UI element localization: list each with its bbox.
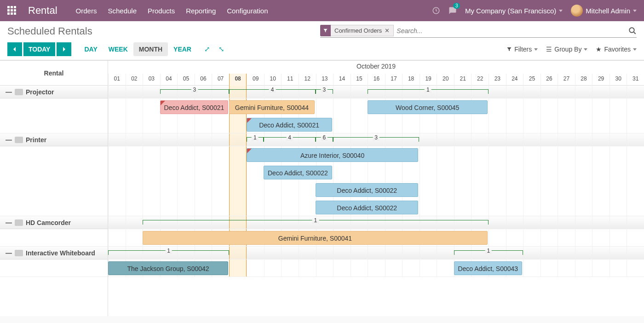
thumb-icon (15, 89, 23, 95)
gantt-bar[interactable]: Deco Addict, S00022 (316, 183, 418, 197)
summary-count: 1 (165, 248, 172, 254)
gantt-grid[interactable]: October 2019 010203040506070809101112131… (108, 61, 644, 316)
day-header-cell: 11 (281, 74, 299, 86)
gantt-bar[interactable]: Deco Addict, S00021 (247, 118, 332, 132)
group-summary-row: 11 (108, 247, 644, 260)
day-header-cell: 15 (351, 74, 368, 86)
gantt-bar[interactable]: Azure Interior, S00040 (247, 148, 419, 162)
groupby-dropdown[interactable]: ☰ Group By (546, 46, 587, 53)
app-brand[interactable]: Rental (28, 5, 58, 17)
day-header-cell: 26 (540, 74, 558, 86)
collapse-icon[interactable]: — (6, 249, 12, 257)
day-header-cell: 31 (627, 74, 644, 86)
group-label[interactable]: —Printer (0, 133, 108, 146)
scale-year[interactable]: YEAR (168, 42, 197, 56)
svg-point-1 (629, 28, 634, 33)
day-header-cell: 20 (437, 74, 454, 86)
gantt-view: Rental —Projector—Printer—HD Camcorder—I… (0, 60, 644, 316)
gantt-bar[interactable]: Gemini Furniture, S00044 (229, 100, 315, 114)
group-label[interactable]: —HD Camcorder (0, 216, 108, 229)
clock-icon[interactable] (432, 6, 440, 15)
gantt-bar[interactable]: The Jackson Group, S00042 (108, 261, 228, 275)
day-header-cell: 09 (247, 74, 264, 86)
search-box[interactable]: Confirmed Orders ✕ (320, 25, 637, 38)
scale-month[interactable]: MONTH (133, 42, 168, 56)
scale-day[interactable]: DAY (79, 42, 103, 56)
nav-configuration[interactable]: Configuration (227, 7, 268, 15)
thumb-icon (15, 137, 23, 143)
sidebar-header: Rental (0, 61, 108, 86)
gantt-bar[interactable]: Deco Addict, S00043 (454, 261, 522, 275)
search-facet: Confirmed Orders ✕ (320, 25, 394, 36)
group-label[interactable]: —Projector (0, 86, 108, 98)
summary-count: 6 (321, 134, 328, 141)
day-header-cell: 29 (592, 74, 610, 86)
day-header-cell: 27 (558, 74, 575, 86)
caret-down-icon (559, 10, 563, 12)
day-header-cell: 25 (523, 74, 540, 86)
gantt-bar[interactable]: Deco Addict, S00022 (264, 166, 332, 179)
day-header-cell: 07 (212, 74, 229, 86)
day-header-cell: 22 (471, 74, 489, 86)
filters-dropdown[interactable]: Filters (506, 46, 538, 53)
notif-badge: 3 (453, 3, 460, 9)
day-header-cell: 01 (108, 74, 126, 86)
summary-count: 1 (485, 248, 492, 254)
next-button[interactable] (57, 42, 71, 56)
day-header-cell: 04 (160, 74, 178, 86)
user-name: Mitchell Admin (586, 7, 630, 15)
scale-week[interactable]: WEEK (103, 42, 133, 56)
star-icon: ★ (596, 46, 602, 53)
day-header-cell: 18 (402, 74, 420, 86)
list-icon: ☰ (546, 46, 552, 53)
nav-orders[interactable]: Orders (76, 7, 97, 15)
gantt-bar[interactable]: Deco Addict, S00021 (160, 100, 228, 114)
collapse-icon[interactable]: — (6, 136, 12, 144)
scale-tabs: DAY WEEK MONTH YEAR (79, 42, 197, 56)
expand-icon[interactable]: ⤢ (204, 45, 210, 53)
group-summary-row: 1463 (108, 133, 644, 146)
facet-remove-icon[interactable]: ✕ (385, 27, 390, 34)
day-header-cell: 23 (489, 74, 506, 86)
summary-count: 1 (312, 217, 319, 224)
collapse-icon[interactable]: — (6, 88, 12, 96)
search-input[interactable] (394, 25, 626, 36)
favorites-dropdown[interactable]: ★ Favorites (596, 46, 637, 53)
group-name: Projector (26, 88, 54, 96)
nav-schedule[interactable]: Schedule (108, 7, 137, 15)
facet-label: Confirmed Orders (334, 27, 382, 34)
prev-button[interactable] (7, 42, 22, 56)
collapse-icon[interactable]: — (6, 219, 12, 226)
user-menu[interactable]: Mitchell Admin (571, 5, 637, 17)
group-name: Interactive Whiteboard (26, 249, 95, 257)
group-summary-row: 3431 (108, 86, 644, 98)
gantt-bar[interactable]: Wood Corner, S00045 (368, 100, 488, 114)
nav-products[interactable]: Products (148, 7, 175, 15)
collapse-icon[interactable]: ⤡ (218, 45, 224, 53)
group-summary-row: 1 (108, 216, 644, 229)
groupby-label: Group By (554, 46, 581, 53)
summary-count: 4 (269, 87, 276, 93)
chat-icon[interactable]: 3 (448, 6, 457, 15)
favorites-label: Favorites (604, 46, 631, 53)
summary-count: 3 (373, 134, 380, 141)
nav-reporting[interactable]: Reporting (186, 7, 216, 15)
gantt-bar[interactable]: Gemini Furniture, S00041 (143, 231, 488, 245)
day-header-cell: 06 (195, 74, 212, 86)
control-panel: Scheduled Rentals Confirmed Orders ✕ TO (0, 21, 644, 60)
day-header-cell: 24 (506, 74, 523, 86)
company-switcher[interactable]: My Company (San Francisco) (465, 7, 563, 15)
day-header-cell: 14 (333, 74, 351, 86)
filters-label: Filters (514, 46, 532, 53)
apps-icon[interactable] (7, 6, 17, 15)
filter-icon (320, 26, 331, 35)
gantt-bar[interactable]: Deco Addict, S00022 (316, 201, 418, 214)
day-header-cell: 30 (610, 74, 627, 86)
summary-count: 3 (191, 87, 198, 93)
search-icon[interactable] (628, 27, 637, 35)
today-button[interactable]: TODAY (23, 42, 55, 56)
day-header-cell: 17 (385, 74, 402, 86)
day-header-cell: 08 (229, 74, 247, 86)
group-label[interactable]: —Interactive Whiteboard (0, 247, 108, 260)
thumb-icon (15, 250, 23, 256)
